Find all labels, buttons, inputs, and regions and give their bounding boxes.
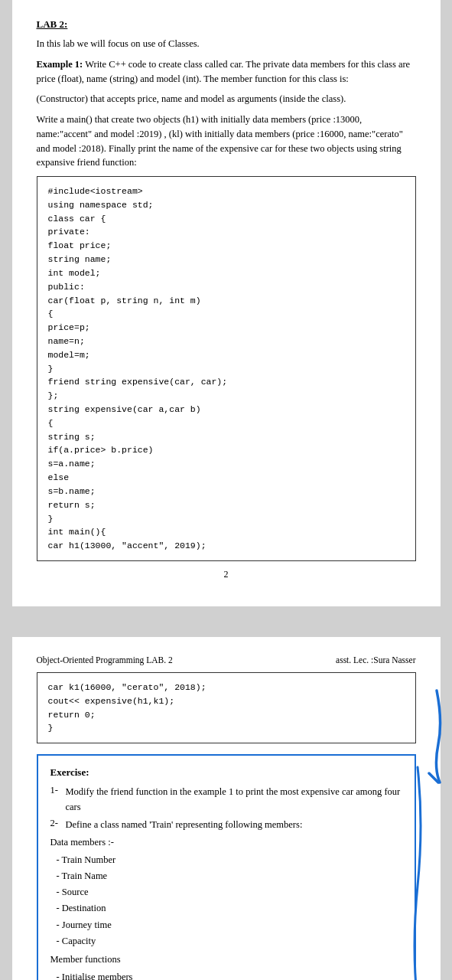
exercise-item-1-text: Modify the friend function in the exampl… [66,785,402,815]
data-members-list: Train Number Train Name Source Destinati… [57,852,402,950]
page-1: LAB 2: In this lab we will focus on use … [12,0,441,606]
page-2: Object-Oriented Programming LAB. 2 asst.… [12,637,441,980]
blue-curve-icon [407,763,428,980]
page-header: Object-Oriented Programming LAB. 2 asst.… [37,655,416,665]
example1-text: Example 1: Write C++ code to create clas… [37,57,416,87]
data-member-journey-time: Journey time [57,917,402,933]
code-block-1: #include<iostream> using namespace std; … [37,176,416,561]
example1-body: Write C++ code to create class called ca… [37,59,411,84]
member-functions-label: Member functions [50,952,402,967]
data-member-train-number: Train Number [57,852,402,868]
exercise-item-1: 1- Modify the friend function in the exa… [50,785,402,815]
page-number: 2 [37,569,416,580]
page-gap [0,622,452,637]
header-left: Object-Oriented Programming LAB. 2 [37,655,173,665]
lab-title: LAB 2: [37,18,416,31]
exercise-title: Exercise: [50,766,402,779]
code-block-2: car k1(16000, "cerato", 2018); cout<< ex… [37,672,416,743]
exercise-item-1-num: 1- [50,785,66,815]
constructor-text: (Constructor) that accepts price, name a… [37,92,416,106]
data-member-source: Source [57,884,402,900]
data-member-capacity: Capacity [57,933,402,949]
code-content-2: car k1(16000, "cerato", 2018); cout<< ex… [48,681,405,735]
intro-text: In this lab we will focus on use of Clas… [37,37,416,51]
member-function-initialise: Initialise members [57,969,402,980]
exercise-item-2: 2- Define a class named 'Train' represen… [50,818,402,832]
data-members-label: Data members :- [50,835,402,850]
member-functions-list: Initialise members Input Train data Disp… [57,969,402,980]
exercise-item-2-text: Define a class named 'Train' representin… [66,818,303,832]
exercise-section: Exercise: 1- Modify the friend function … [37,754,416,980]
example1-label: Example 1: [37,59,83,70]
data-member-destination: Destination [57,900,402,916]
exercise-item-2-num: 2- [50,818,66,832]
code-content-1: #include<iostream> using namespace std; … [48,185,405,553]
main-text: Write a main() that create two objects (… [37,113,416,170]
data-member-train-name: Train Name [57,868,402,884]
header-right: asst. Lec. :Sura Nasser [336,655,415,665]
